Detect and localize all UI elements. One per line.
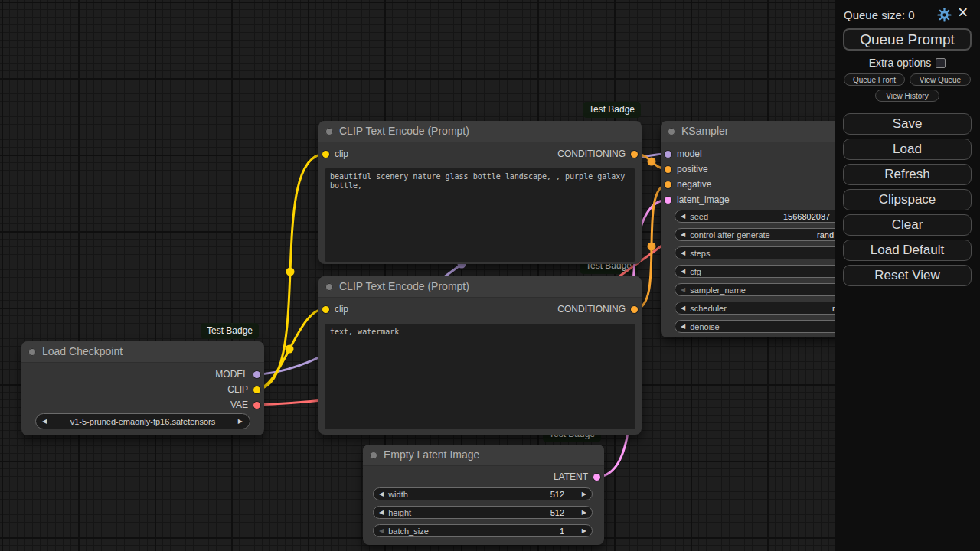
latent-input-dot[interactable] [665,197,671,204]
wire-midpoint-dot [286,268,295,276]
vae-output-dot[interactable] [253,402,260,409]
wire-midpoint-dot [648,243,656,251]
node-title: CLIP Text Encode (Prompt) [339,121,469,142]
decrement-arrow-icon[interactable]: ◀ [681,287,685,293]
queue-front-button[interactable]: Queue Front [844,73,905,86]
output-slot-latent[interactable]: LATENT [554,469,600,484]
increment-arrow-icon[interactable]: ▶ [582,510,586,516]
collapse-dot-icon[interactable] [325,128,333,135]
comfy-menu-panel: Queue size: 0 × Queue Prompt Extra optio… [835,0,980,551]
collapse-dot-icon[interactable] [668,128,675,135]
clip-output-dot[interactable] [253,386,260,393]
increment-arrow-icon[interactable]: ▶ [582,528,586,534]
output-slot-conditioning[interactable]: CONDITIONING [557,146,638,161]
conditioning-output-dot[interactable] [631,306,638,313]
wire-clip-2 [255,309,324,390]
ckpt-name-widget[interactable]: ◀ v1-5-pruned-emaonly-fp16.safetensors ▶ [35,413,250,429]
node-title: CLIP Text Encode (Prompt) [339,276,469,297]
decrement-arrow-icon[interactable]: ◀ [681,269,685,275]
clipspace-button[interactable]: Clipspace [843,189,972,210]
increment-arrow-icon[interactable]: ▶ [582,491,586,497]
batch-size-widget[interactable]: ◀ batch_size 1 ▶ [373,524,593,537]
model-input-dot[interactable] [665,151,671,158]
negative-input-dot[interactable] [665,181,671,188]
decrement-arrow-icon[interactable]: ◀ [681,214,685,220]
output-slot-vae[interactable]: VAE [230,397,260,412]
input-slot-clip[interactable]: clip [322,302,348,317]
decrement-arrow-icon[interactable]: ◀ [681,305,685,311]
node-clip-text-encode-positive[interactable]: CLIP Text Encode (Prompt) clip CONDITION… [318,121,642,264]
decrement-arrow-icon[interactable]: ◀ [681,232,685,238]
queue-size-label: Queue size: 0 [844,8,915,21]
extra-options-checkbox[interactable] [936,58,946,68]
extra-options-row: Extra options [835,57,980,69]
collapse-dot-icon[interactable] [370,452,377,459]
node-header[interactable]: CLIP Text Encode (Prompt) [318,121,642,142]
node-header[interactable]: Empty Latent Image [363,445,604,466]
input-slot-model[interactable]: model [665,146,702,161]
node-load-checkpoint[interactable]: Load Checkpoint MODEL CLIP VAE ◀ v1-5-pr… [21,341,264,435]
extra-options-label: Extra options [869,57,932,69]
collapse-dot-icon[interactable] [28,348,36,356]
wire-midpoint-dot [286,345,294,354]
node-title: Empty Latent Image [384,445,479,465]
settings-gear-icon[interactable] [937,8,952,22]
node-graph-canvas[interactable]: Test Badge Test Badge Test Badge Test Ba… [0,0,980,551]
view-history-button[interactable]: View History [875,90,939,102]
height-widget[interactable]: ◀ height 512 ▶ [373,506,593,519]
save-button[interactable]: Save [843,113,972,135]
prev-arrow-icon[interactable]: ◀ [42,419,47,425]
input-slot-latent-image[interactable]: latent_image [665,192,730,207]
decrement-arrow-icon[interactable]: ◀ [681,324,685,330]
conditioning-output-dot[interactable] [631,151,638,158]
input-slot-negative[interactable]: negative [665,177,711,192]
node-title: KSampler [681,121,728,142]
node-empty-latent-image[interactable]: Empty Latent Image LATENT ◀ width 512 ▶ … [363,445,604,545]
input-slot-positive[interactable]: positive [665,161,708,177]
node-header[interactable]: CLIP Text Encode (Prompt) [318,276,642,298]
decrement-arrow-icon[interactable]: ◀ [681,250,685,256]
clear-button[interactable]: Clear [843,214,972,236]
next-arrow-icon[interactable]: ▶ [238,419,243,425]
wire-clip-1 [255,154,325,390]
decrement-arrow-icon[interactable]: ◀ [379,528,384,534]
prompt-textarea[interactable]: text, watermark [325,324,635,429]
prompt-textarea[interactable]: beautiful scenery nature glass bottle la… [325,168,635,262]
clip-input-dot[interactable] [322,306,329,313]
reset-view-button[interactable]: Reset View [843,265,972,286]
load-default-button[interactable]: Load Default [843,240,972,261]
positive-input-dot[interactable] [665,166,671,173]
wire-midpoint-dot [648,158,656,166]
node-header[interactable]: Load Checkpoint [21,341,264,363]
queue-prompt-button[interactable]: Queue Prompt [843,28,972,51]
node-badge: Test Badge [583,102,641,118]
close-icon[interactable]: × [958,2,968,23]
load-button[interactable]: Load [843,139,972,160]
output-slot-conditioning[interactable]: CONDITIONING [557,302,638,317]
clip-input-dot[interactable] [322,151,329,158]
refresh-button[interactable]: Refresh [843,164,972,185]
node-clip-text-encode-negative[interactable]: CLIP Text Encode (Prompt) clip CONDITION… [318,276,642,435]
view-queue-button[interactable]: View Queue [910,73,971,86]
output-slot-model[interactable]: MODEL [215,367,260,382]
decrement-arrow-icon[interactable]: ◀ [379,510,384,516]
collapse-dot-icon[interactable] [325,283,333,291]
node-badge: Test Badge [201,323,259,339]
node-title: Load Checkpoint [42,341,122,362]
latent-output-dot[interactable] [593,474,600,481]
width-widget[interactable]: ◀ width 512 ▶ [373,487,593,500]
model-output-dot[interactable] [253,371,260,378]
input-slot-clip[interactable]: clip [322,146,348,161]
decrement-arrow-icon[interactable]: ◀ [379,491,384,497]
output-slot-clip[interactable]: CLIP [227,382,260,397]
